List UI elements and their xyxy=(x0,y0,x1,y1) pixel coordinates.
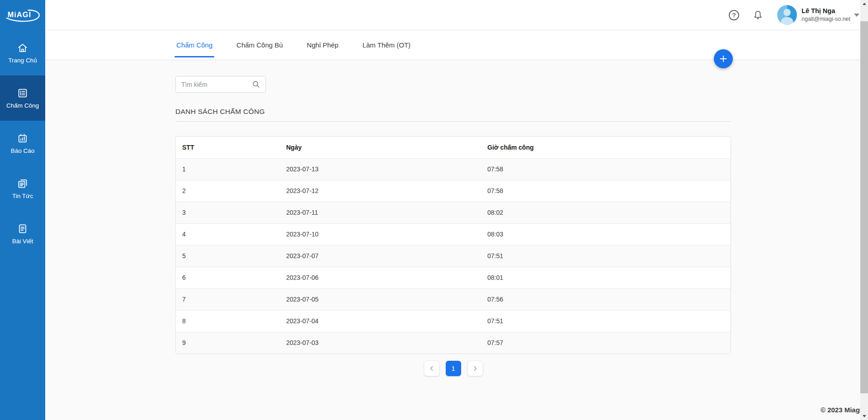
page-1-button[interactable]: 1 xyxy=(446,361,461,376)
sidebar-item-label: Trang Chủ xyxy=(8,57,37,64)
user-name: Lê Thị Nga xyxy=(802,7,850,16)
column-header-stt: STT xyxy=(176,137,280,158)
cell-stt: 9 xyxy=(176,332,280,354)
cell-time: 07:58 xyxy=(481,180,731,202)
table-header-row: STT Ngày Giờ chấm công xyxy=(176,137,731,158)
cell-time: 07:58 xyxy=(481,158,731,180)
caret-down-icon[interactable] xyxy=(854,14,859,17)
sidebar-item-label: Bài Viết xyxy=(12,238,33,245)
plus-icon xyxy=(718,54,728,64)
table-row[interactable]: 92023-07-0307:57 xyxy=(176,332,731,354)
sidebar-item-label: Tin Tức xyxy=(12,193,33,199)
cell-time: 08:01 xyxy=(481,267,731,288)
avatar[interactable] xyxy=(777,5,797,25)
tab-cham-cong[interactable]: Chấm Công xyxy=(175,30,213,60)
home-icon xyxy=(17,42,28,54)
topbar: ? Lê Th xyxy=(45,0,868,30)
pagination: 1 xyxy=(175,361,731,376)
table-row[interactable]: 62023-07-0608:01 xyxy=(176,267,731,288)
copyright-text: © 2023 Miagi xyxy=(821,406,862,414)
cell-stt: 3 xyxy=(176,202,280,223)
section-divider xyxy=(175,121,731,122)
tab-label: Làm Thêm (OT) xyxy=(363,41,410,49)
cell-date: 2023-07-05 xyxy=(280,288,481,310)
sidebar-item-bai-viet[interactable]: Bài Viết xyxy=(0,211,45,256)
app-logo[interactable]: MiAGI xyxy=(0,0,45,30)
table-row[interactable]: 82023-07-0407:51 xyxy=(176,310,731,332)
cell-stt: 8 xyxy=(176,310,280,332)
notifications-button[interactable] xyxy=(752,9,764,21)
cell-stt: 2 xyxy=(176,180,280,202)
article-icon xyxy=(17,223,28,235)
sidebar-item-cham-cong[interactable]: Chấm Công xyxy=(0,76,45,121)
cell-date: 2023-07-07 xyxy=(280,245,481,267)
sidebar-item-label: Chấm Công xyxy=(6,102,39,109)
table-row[interactable]: 12023-07-1307:58 xyxy=(176,158,731,180)
sidebar-item-bao-cao[interactable]: Báo Cáo xyxy=(0,121,45,166)
current-page-number: 1 xyxy=(451,365,455,372)
tab-nghi-phep[interactable]: Nghỉ Phép xyxy=(306,30,340,60)
user-email: ngalt@miagi-so.net xyxy=(802,15,850,23)
next-page-button[interactable] xyxy=(467,361,483,376)
table-row[interactable]: 52023-07-0707:51 xyxy=(176,245,731,267)
sidebar-item-trang-chu[interactable]: Trang Chủ xyxy=(0,30,45,76)
cell-date: 2023-07-11 xyxy=(280,202,481,223)
tab-cham-cong-bu[interactable]: Chấm Công Bù xyxy=(236,30,284,60)
scrollbar-thumb[interactable] xyxy=(860,21,868,393)
sidebar: MiAGI Trang Chủ Chấm Công Bá xyxy=(0,0,45,420)
content-area: DANH SÁCH CHẤM CÔNG STT Ngày Giờ chấm cô… xyxy=(45,60,868,420)
timekeeping-table: STT Ngày Giờ chấm công 12023-07-1307:582… xyxy=(176,137,731,354)
cell-time: 08:03 xyxy=(481,223,731,245)
cell-stt: 1 xyxy=(176,158,280,180)
vertical-scrollbar[interactable] xyxy=(860,0,868,420)
timekeeping-icon xyxy=(17,87,28,99)
search-box xyxy=(175,76,266,93)
tab-bar: Chấm Công Chấm Công Bù Nghỉ Phép Làm Thê… xyxy=(45,30,868,60)
profile-menu[interactable]: Lê Thị Nga ngalt@miagi-so.net xyxy=(802,7,850,23)
section-title: DANH SÁCH CHẤM CÔNG xyxy=(175,108,868,116)
sidebar-item-label: Báo Cáo xyxy=(11,147,35,154)
cell-time: 07:51 xyxy=(481,245,731,267)
cell-time: 07:57 xyxy=(481,332,731,354)
news-icon xyxy=(17,178,28,189)
chevron-left-icon xyxy=(429,365,435,372)
cell-date: 2023-07-10 xyxy=(280,223,481,245)
cell-stt: 6 xyxy=(176,267,280,288)
avatar-icon xyxy=(777,5,797,25)
help-button[interactable]: ? xyxy=(729,10,739,20)
miagi-logo-icon: MiAGI xyxy=(5,6,41,25)
scroll-up-arrow-icon[interactable] xyxy=(860,0,868,8)
table-row[interactable]: 72023-07-0507:56 xyxy=(176,288,731,310)
app-window: MiAGI Trang Chủ Chấm Công Bá xyxy=(0,0,868,420)
tab-label: Chấm Công Bù xyxy=(236,41,283,49)
cell-time: 07:51 xyxy=(481,310,731,332)
cell-date: 2023-07-12 xyxy=(280,180,481,202)
tab-label: Chấm Công xyxy=(176,41,212,49)
cell-date: 2023-07-04 xyxy=(280,310,481,332)
cell-date: 2023-07-06 xyxy=(280,267,481,288)
tab-lam-them-ot[interactable]: Làm Thêm (OT) xyxy=(362,30,411,60)
report-icon xyxy=(17,132,28,144)
cell-stt: 5 xyxy=(176,245,280,267)
cell-stt: 4 xyxy=(176,223,280,245)
add-button[interactable] xyxy=(714,49,733,68)
column-header-gio-cham-cong: Giờ chấm công xyxy=(481,137,731,158)
cell-date: 2023-07-03 xyxy=(280,332,481,354)
chevron-right-icon xyxy=(472,365,478,372)
timekeeping-table-card: STT Ngày Giờ chấm công 12023-07-1307:582… xyxy=(175,136,731,354)
help-icon: ? xyxy=(729,10,739,20)
search-icon[interactable] xyxy=(251,80,261,89)
table-row[interactable]: 32023-07-1108:02 xyxy=(176,202,731,223)
column-header-ngay: Ngày xyxy=(280,137,481,158)
previous-page-button[interactable] xyxy=(424,361,439,376)
cell-date: 2023-07-13 xyxy=(280,158,481,180)
scroll-down-arrow-icon[interactable] xyxy=(860,412,868,420)
table-row[interactable]: 22023-07-1207:58 xyxy=(176,180,731,202)
tab-label: Nghỉ Phép xyxy=(307,41,339,49)
search-input[interactable] xyxy=(181,81,251,88)
main-area: ? Lê Th xyxy=(45,0,868,420)
cell-time: 07:56 xyxy=(481,288,731,310)
cell-time: 08:02 xyxy=(481,202,731,223)
table-row[interactable]: 42023-07-1008:03 xyxy=(176,223,731,245)
sidebar-item-tin-tuc[interactable]: Tin Tức xyxy=(0,166,45,211)
